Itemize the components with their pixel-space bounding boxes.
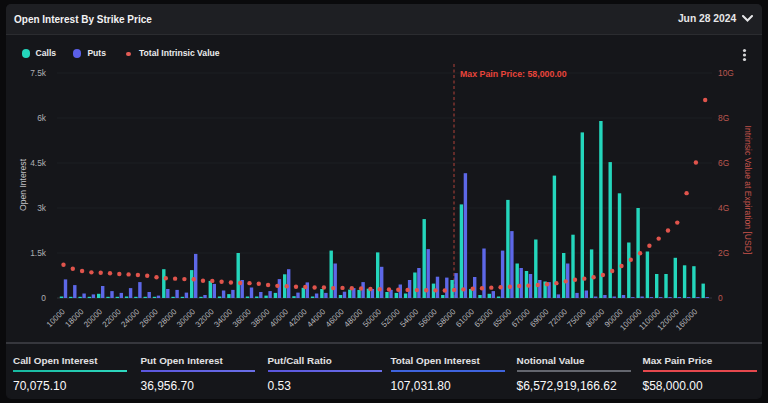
svg-text:44000: 44000 [305,307,327,329]
svg-text:67000: 67000 [510,307,532,329]
svg-text:48000: 48000 [342,307,364,329]
svg-text:4.5k: 4.5k [30,158,47,168]
svg-text:34000: 34000 [212,307,234,329]
svg-text:22000: 22000 [101,307,123,329]
svg-text:10000: 10000 [45,307,67,329]
svg-text:40000: 40000 [268,307,290,329]
svg-text:80000: 80000 [584,307,606,329]
svg-text:65000: 65000 [491,307,513,329]
svg-text:36000: 36000 [231,307,253,329]
svg-text:20000: 20000 [82,307,104,329]
svg-text:54000: 54000 [398,307,420,329]
svg-text:160000: 160000 [674,307,700,333]
svg-text:52000: 52000 [380,307,402,329]
svg-text:4G: 4G [718,203,729,213]
svg-text:58000: 58000 [435,307,457,329]
svg-text:38000: 38000 [249,307,271,329]
svg-text:46000: 46000 [324,307,346,329]
svg-text:26000: 26000 [138,307,160,329]
svg-text:1.5k: 1.5k [30,248,47,258]
svg-text:8G: 8G [718,113,729,123]
svg-text:18000: 18000 [63,307,85,329]
svg-text:50000: 50000 [361,307,383,329]
svg-text:0: 0 [41,293,46,303]
svg-text:75000: 75000 [566,307,588,329]
svg-text:69000: 69000 [528,307,550,329]
svg-text:42000: 42000 [287,307,309,329]
svg-text:0: 0 [718,293,723,303]
svg-text:Max Pain Price: 58,000.00: Max Pain Price: 58,000.00 [460,69,567,79]
svg-text:Intrinsic Value at Expiration: Intrinsic Value at Expiration [USD] [743,126,753,255]
svg-text:10G: 10G [718,68,734,78]
svg-text:24000: 24000 [119,307,141,329]
svg-text:7.5k: 7.5k [30,68,47,78]
svg-text:6G: 6G [718,158,729,168]
svg-text:28000: 28000 [156,307,178,329]
svg-text:56000: 56000 [417,307,439,329]
svg-text:32000: 32000 [194,307,216,329]
svg-text:30000: 30000 [175,307,197,329]
svg-text:6k: 6k [37,113,47,123]
svg-text:Open Interest: Open Interest [18,158,28,211]
svg-text:3k: 3k [37,203,47,213]
svg-text:61000: 61000 [454,307,476,329]
svg-text:63000: 63000 [473,307,495,329]
svg-text:2G: 2G [718,248,729,258]
svg-text:72000: 72000 [547,307,569,329]
